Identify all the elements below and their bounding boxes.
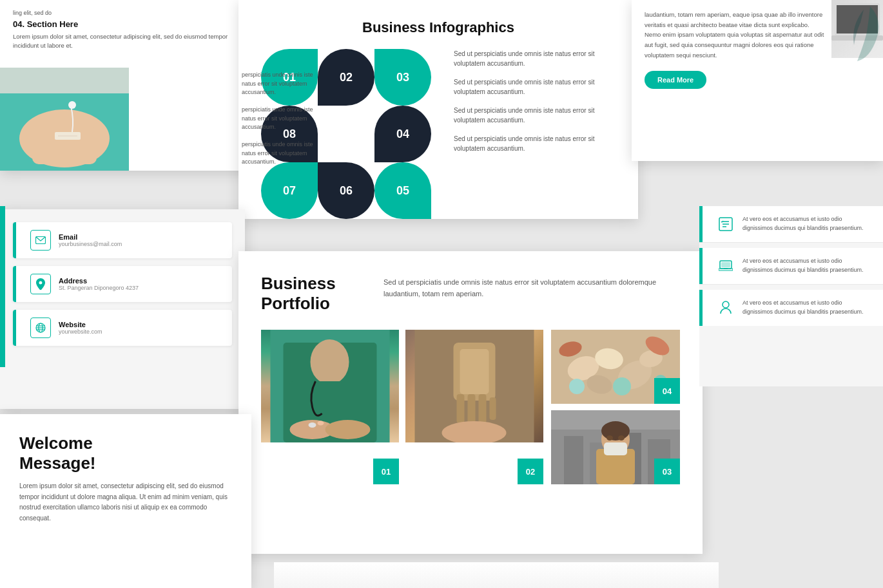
portfolio-img-robotic: 02 <box>405 330 543 484</box>
portfolio-badge-04: 04 <box>654 378 680 404</box>
portfolio-header: BusinessPortfolio Sed ut perspiciatis un… <box>261 274 680 314</box>
read-more-button[interactable]: Read More <box>645 71 706 89</box>
decorative-leaf <box>831 0 883 64</box>
slide-portfolio: BusinessPortfolio Sed ut perspiciatis un… <box>238 251 703 554</box>
svg-point-53 <box>606 435 613 441</box>
doctor-image <box>261 330 399 442</box>
slide-top-left: ling elit, sed do 04. Section Here Lorem… <box>0 0 264 171</box>
info-block-2: Sed ut perspiciatis unde omnis iste natu… <box>454 77 616 97</box>
contact-accent-address <box>13 266 16 302</box>
robotic-image <box>405 330 543 442</box>
laptop-icon <box>717 257 735 275</box>
website-icon <box>30 318 51 338</box>
portfolio-badge-02: 02 <box>518 459 543 484</box>
address-icon <box>30 274 51 294</box>
portfolio-desc: Sed ut perspiciatis unde omnis iste natu… <box>383 274 680 299</box>
portfolio-img-masked: 03 <box>551 410 680 484</box>
svg-rect-60 <box>721 262 730 267</box>
svg-rect-3 <box>32 126 97 164</box>
contact-email: Email yourbusiness@mail.com <box>13 222 232 258</box>
section-header-label: 04. Section Here <box>13 19 251 29</box>
email-icon <box>30 230 51 251</box>
svg-rect-26 <box>460 349 489 394</box>
right-icon-accent-1 <box>699 206 703 242</box>
medical-image <box>0 68 129 171</box>
slide-right-icons: At vero eos et accusamus et iusto odio d… <box>699 206 883 386</box>
svg-point-21 <box>325 420 371 439</box>
info-block-3: Sed ut perspiciatis unde omnis iste natu… <box>454 106 616 125</box>
right-icon-accent-3 <box>699 290 703 326</box>
slide-infographics: Business Infographics 01 02 03 08 04 07 … <box>238 0 638 219</box>
contact-accent-email <box>13 222 16 258</box>
petal-02: 02 <box>318 49 374 106</box>
petal-center <box>318 106 374 162</box>
section-body-text: Lorem ipsum dolor sit amet, consectetur … <box>13 32 251 51</box>
petal-07: 07 <box>261 162 318 219</box>
svg-point-18 <box>311 339 349 384</box>
svg-point-22 <box>309 422 316 428</box>
right-icon-item-1: At vero eos et accusamus et iusto odio d… <box>699 206 883 243</box>
contact-accent-website <box>13 310 16 346</box>
infographics-right: Sed ut perspiciatis unde omnis iste natu… <box>444 49 616 162</box>
right-icon-item-3: At vero eos et accusamus et iusto odio d… <box>699 290 883 326</box>
slide-contact: Email yourbusiness@mail.com Address St. … <box>0 209 245 409</box>
person-icon <box>717 299 735 317</box>
welcome-text: Lorem ipsum dolor sit amet, consectetur … <box>19 481 232 524</box>
left-accent-bar <box>0 206 5 367</box>
contact-address: Address St. Pangeran Diponegoro 4237 <box>13 266 232 302</box>
checklist-icon <box>717 215 735 233</box>
portfolio-images-section: 01 <box>261 330 680 484</box>
portfolio-img-pills: 04 <box>551 330 680 404</box>
portfolio-badge-03: 03 <box>654 459 680 484</box>
portfolio-badge-01: 01 <box>373 459 399 484</box>
partial-infographics-text: perspiciatis unde omnis iste natus error… <box>238 71 322 167</box>
svg-point-63 <box>723 301 729 308</box>
portfolio-right-col: 04 <box>551 330 680 484</box>
svg-point-23 <box>318 421 324 426</box>
right-icon-accent-2 <box>699 248 703 284</box>
contact-email-info: Email yourbusiness@mail.com <box>59 233 122 247</box>
svg-point-38 <box>613 377 631 395</box>
infographics-title: Business Infographics <box>261 19 616 36</box>
petal-03: 03 <box>374 49 431 106</box>
contact-address-info: Address St. Pangeran Diponegoro 4237 <box>59 277 139 291</box>
svg-rect-27 <box>457 394 465 423</box>
right-icon-item-2: At vero eos et accusamus et iusto odio d… <box>699 248 883 285</box>
petal-04: 04 <box>374 106 431 162</box>
right-icon-text-2: At vero eos et accusamus et iusto odio d… <box>742 257 873 274</box>
info-block-4: Sed ut perspiciatis unde omnis iste natu… <box>454 134 616 153</box>
svg-rect-29 <box>479 394 487 423</box>
info-block-1: Sed ut perspiciatis unde omnis iste natu… <box>454 49 616 68</box>
svg-point-39 <box>569 379 585 394</box>
welcome-title: WelcomeMessage! <box>19 433 232 473</box>
slide-welcome: WelcomeMessage! Lorem ipsum dolor sit am… <box>0 414 251 588</box>
svg-point-4 <box>68 101 76 109</box>
contact-website-info: Website yourwebsite.com <box>59 321 102 335</box>
right-icon-text-1: At vero eos et accusamus et iusto odio d… <box>742 215 873 232</box>
portfolio-img-doctor: 01 <box>261 330 399 484</box>
slide-bottom-hint <box>274 562 719 588</box>
portfolio-main-images: 01 <box>261 330 543 484</box>
petal-06: 06 <box>318 162 374 219</box>
svg-rect-45 <box>564 436 583 484</box>
partial-left-text: ling elit, sed do <box>13 10 251 16</box>
petal-05: 05 <box>374 162 431 219</box>
svg-rect-52 <box>604 442 627 455</box>
contact-website: Website yourwebsite.com <box>13 310 232 346</box>
portfolio-title: BusinessPortfolio <box>261 274 364 314</box>
svg-point-51 <box>601 421 630 441</box>
svg-rect-30 <box>490 397 496 420</box>
svg-point-54 <box>618 435 625 441</box>
right-icon-text-3: At vero eos et accusamus et iusto odio d… <box>742 299 873 316</box>
